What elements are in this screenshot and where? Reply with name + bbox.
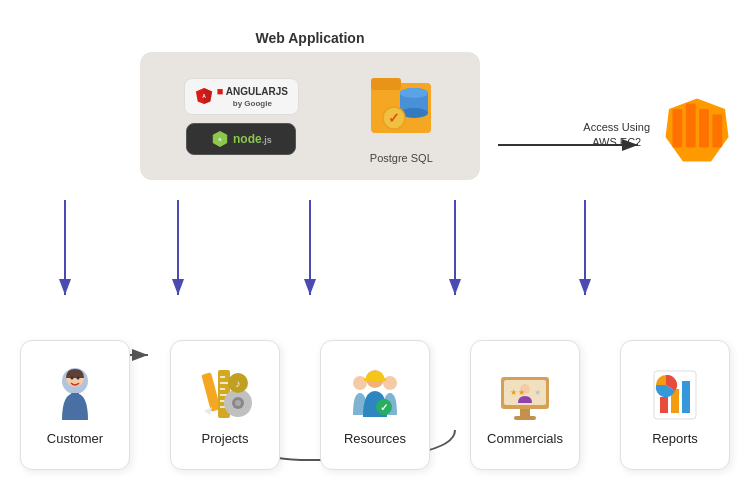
svg-rect-57 <box>520 409 530 417</box>
postgres-label: Postgre SQL <box>370 152 433 164</box>
aws-label: Access Using AWS EC2 <box>583 120 650 151</box>
svg-point-34 <box>77 376 80 379</box>
tech-stack: A ■ ANGULARJSby Google N node.js <box>184 78 299 155</box>
modules-row: Customer ♪ P <box>20 340 730 470</box>
svg-rect-19 <box>371 78 401 90</box>
aws-icon <box>662 95 732 165</box>
resources-card: ✓ Resources <box>320 340 430 470</box>
reports-label: Reports <box>652 431 698 446</box>
projects-card: ♪ Projects <box>170 340 280 470</box>
reports-card: Reports <box>620 340 730 470</box>
commercials-card: ★ ★ ★ Commercials <box>470 340 580 470</box>
svg-rect-64 <box>660 397 668 413</box>
svg-marker-36 <box>204 407 212 415</box>
web-app-title: Web Application <box>140 30 480 46</box>
projects-label: Projects <box>202 431 249 446</box>
svg-text:✓: ✓ <box>380 402 388 413</box>
nodejs-badge: N node.js <box>186 123 296 155</box>
svg-point-23 <box>400 88 428 98</box>
web-app-box: A ■ ANGULARJSby Google N node.js <box>140 52 480 180</box>
web-app-container: Web Application A ■ ANGULARJSby Google <box>140 30 480 180</box>
svg-rect-66 <box>682 381 690 413</box>
postgres-icon: ✓ <box>366 68 436 148</box>
svg-text:N: N <box>219 137 222 142</box>
svg-point-33 <box>71 376 74 379</box>
projects-icon: ♪ <box>196 365 254 423</box>
resources-icon: ✓ <box>346 365 404 423</box>
commercials-icon: ★ ★ ★ <box>496 365 554 423</box>
customer-card: Customer <box>20 340 130 470</box>
svg-rect-29 <box>699 109 709 148</box>
svg-text:♪: ♪ <box>236 378 241 389</box>
customer-icon <box>46 365 104 423</box>
angular-label: ■ ANGULARJSby Google <box>217 85 288 108</box>
svg-rect-28 <box>686 103 696 147</box>
svg-text:A: A <box>202 93 206 99</box>
postgres-section: ✓ Postgre SQL <box>366 68 436 164</box>
svg-text:★: ★ <box>518 388 525 397</box>
angular-badge: A ■ ANGULARJSby Google <box>184 78 299 115</box>
svg-rect-35 <box>201 372 220 411</box>
svg-rect-52 <box>364 378 386 381</box>
svg-text:★: ★ <box>510 388 517 397</box>
svg-rect-27 <box>673 109 683 148</box>
svg-rect-30 <box>712 115 722 148</box>
svg-text:✓: ✓ <box>388 110 400 126</box>
architecture-diagram: Web Application A ■ ANGULARJSby Google <box>0 0 750 500</box>
customer-label: Customer <box>47 431 103 446</box>
svg-point-46 <box>235 400 241 406</box>
nodejs-icon: N <box>211 130 229 148</box>
nodejs-label: node.js <box>233 132 272 146</box>
aws-icon-container <box>662 95 732 169</box>
svg-text:★: ★ <box>534 388 541 397</box>
svg-rect-58 <box>514 416 536 420</box>
reports-icon <box>646 365 704 423</box>
commercials-label: Commercials <box>487 431 563 446</box>
angular-icon: A <box>195 87 213 105</box>
resources-label: Resources <box>344 431 406 446</box>
